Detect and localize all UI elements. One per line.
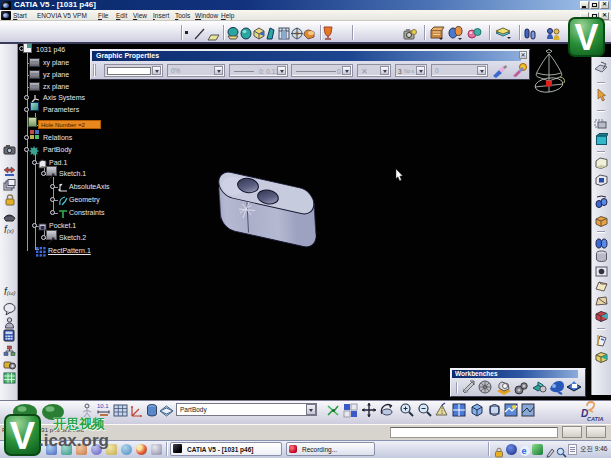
- svg-text:CATIA: CATIA: [587, 416, 603, 422]
- svg-text:e: e: [522, 446, 527, 456]
- svg-text:10.1: 10.1: [97, 403, 109, 409]
